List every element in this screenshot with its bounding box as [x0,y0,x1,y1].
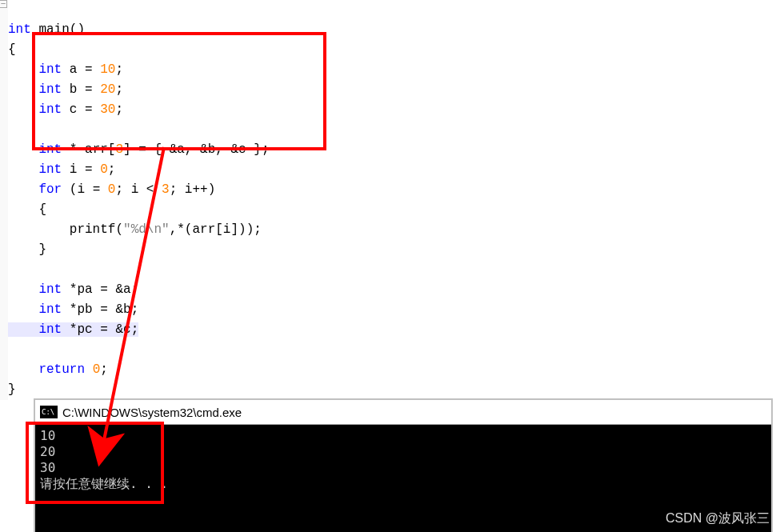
console-title: C:\WINDOWS\system32\cmd.exe [62,406,242,419]
console-line: 10 [40,428,55,443]
code-line: int main() [8,22,85,37]
console-window: C:\ C:\WINDOWS\system32\cmd.exe 10 20 30… [34,398,773,532]
code-line: for (i = 0; i < 3; i++) [8,182,215,197]
code-line: int * arr[3] = { &a, &b, &c }; [8,142,269,157]
code-editor: − int main() { int a = 10; int b = 20; i… [0,0,776,400]
code-line: int *pc = &c; [8,322,138,337]
console-line: 30 [40,460,55,475]
console-output: 10 20 30 请按任意键继续. . . [35,425,771,495]
console-line: 20 [40,444,55,459]
code-line: return 0; [8,362,108,377]
code-line: printf("%d\n",*(arr[i])); [8,222,262,237]
code-line: } [8,382,16,397]
code-line: int b = 20; [8,82,123,97]
console-line: 请按任意键继续. . . [40,476,168,491]
code-line: { [8,42,16,57]
code-line: int *pb = &b; [8,302,138,317]
code-content: int main() { int a = 10; int b = 20; int… [0,0,776,400]
code-line: } [8,242,46,257]
code-line: int a = 10; [8,62,123,77]
code-line: int i = 0; [8,162,115,177]
cmd-icon: C:\ [40,406,58,418]
code-line: int *pa = &a; [8,282,138,297]
code-line: { [8,202,46,217]
code-line: int c = 30; [8,102,123,117]
console-titlebar[interactable]: C:\ C:\WINDOWS\system32\cmd.exe [35,400,771,425]
